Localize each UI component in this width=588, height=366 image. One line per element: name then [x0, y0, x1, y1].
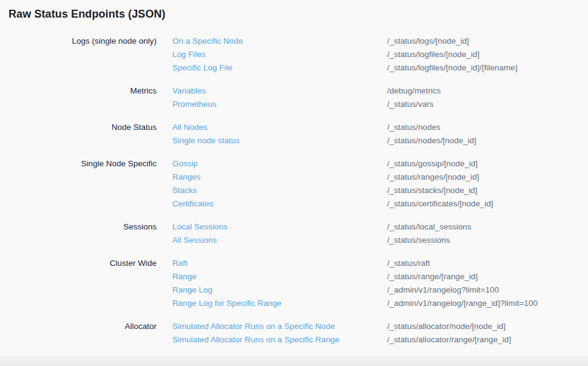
endpoint-link[interactable]: Certificates	[172, 197, 371, 211]
endpoint-link[interactable]: Local Sessions	[172, 220, 371, 234]
endpoint-link[interactable]: Variables	[172, 84, 371, 98]
endpoint-link[interactable]: Raft	[172, 257, 371, 270]
endpoint-section: SessionsLocal SessionsAll Sessions/_stat…	[8, 220, 588, 247]
endpoint-section: AllocatorSimulated Allocator Runs on a S…	[8, 320, 588, 347]
endpoint-link[interactable]: Simulated Allocator Runs on a Specific R…	[172, 333, 371, 347]
category-label: Allocator	[8, 320, 157, 347]
endpoint-links-column: On a Specific NodeLog FilesSpecific Log …	[172, 35, 371, 75]
endpoint-section: Cluster WideRaftRangeRange LogRange Log …	[8, 257, 588, 310]
endpoint-path: /_status/logfiles/[node_id]/[filename]	[387, 61, 588, 75]
endpoint-section: Logs (single node only)On a Specific Nod…	[8, 35, 588, 75]
endpoint-path: /_status/ranges/[node_id]	[387, 171, 588, 184]
endpoint-link[interactable]: Range Log	[172, 283, 371, 297]
endpoint-path: /_status/range/[range_id]	[387, 270, 588, 283]
endpoint-path: /_status/gossip/[node_id]	[387, 157, 588, 171]
endpoint-link[interactable]: On a Specific Node	[172, 35, 371, 48]
endpoint-paths-column: /_status/allocator/node/[node_id]/_statu…	[387, 320, 588, 347]
endpoint-path: /_status/certificates/[node_id]	[387, 197, 588, 211]
endpoint-links-column: Simulated Allocator Runs on a Specific N…	[172, 320, 371, 347]
endpoint-link[interactable]: Prometheus	[172, 98, 371, 111]
endpoint-links-column: RaftRangeRange LogRange Log for Specific…	[172, 257, 371, 310]
endpoint-link[interactable]: Specific Log File	[172, 61, 371, 75]
endpoint-path: /_admin/v1/rangelog/[range_id]?limit=100	[387, 297, 588, 310]
endpoint-link[interactable]: All Sessions	[172, 234, 371, 247]
endpoint-link[interactable]: Single node status	[172, 134, 371, 147]
endpoint-link[interactable]: All Nodes	[172, 121, 371, 134]
endpoint-path: /_status/sessions	[387, 234, 588, 247]
endpoint-sections: Logs (single node only)On a Specific Nod…	[8, 35, 588, 347]
endpoint-path: /_admin/v1/rangelog?limit=100	[387, 283, 588, 297]
debug-endpoints-page: Raw Status Endpoints (JSON) Logs (single…	[0, 0, 588, 366]
endpoint-path: /debug/metrics	[387, 84, 588, 98]
endpoint-link[interactable]: Ranges	[172, 171, 371, 184]
endpoint-links-column: Local SessionsAll Sessions	[172, 220, 371, 247]
endpoint-paths-column: /_status/local_sessions/_status/sessions	[387, 220, 588, 247]
endpoint-path: /_status/nodes	[387, 121, 588, 134]
endpoint-path: /_status/allocator/node/[node_id]	[387, 320, 588, 333]
category-label: Sessions	[8, 220, 157, 247]
endpoint-link[interactable]: Stacks	[172, 184, 371, 197]
endpoint-links-column: All NodesSingle node status	[172, 121, 371, 147]
endpoint-link[interactable]: Gossip	[172, 157, 371, 171]
endpoint-paths-column: /debug/metrics/_status/vars	[387, 84, 588, 111]
endpoint-section: Single Node SpecificGossipRangesStacksCe…	[8, 157, 588, 211]
endpoint-path: /_status/stacks/[node_id]	[387, 184, 588, 197]
endpoint-path: /_status/allocator/range/[range_id]	[387, 333, 588, 347]
endpoint-path: /_status/local_sessions	[387, 220, 588, 234]
endpoint-paths-column: /_status/nodes/_status/nodes/[node_id]	[387, 121, 588, 147]
endpoint-path: /_status/vars	[387, 98, 588, 111]
endpoint-links-column: VariablesPrometheus	[172, 84, 371, 111]
endpoint-link[interactable]: Range Log for Specific Range	[172, 297, 371, 310]
category-label: Single Node Specific	[8, 157, 157, 211]
endpoint-path: /_status/raft	[387, 257, 588, 270]
category-label: Node Status	[8, 121, 157, 147]
endpoint-section: MetricsVariablesPrometheus/debug/metrics…	[8, 84, 588, 111]
endpoint-paths-column: /_status/gossip/[node_id]/_status/ranges…	[387, 157, 588, 211]
endpoint-link[interactable]: Log Files	[172, 48, 371, 61]
endpoint-link[interactable]: Range	[172, 270, 371, 283]
endpoint-links-column: GossipRangesStacksCertificates	[172, 157, 371, 211]
endpoint-path: /_status/logs/[node_id]	[387, 35, 588, 48]
category-label: Logs (single node only)	[8, 35, 157, 75]
category-label: Metrics	[8, 84, 157, 111]
endpoint-path: /_status/logfiles/[node_id]	[387, 48, 588, 61]
endpoint-link[interactable]: Simulated Allocator Runs on a Specific N…	[172, 320, 371, 333]
page-title: Raw Status Endpoints (JSON)	[8, 8, 588, 21]
endpoint-paths-column: /_status/logs/[node_id]/_status/logfiles…	[387, 35, 588, 75]
endpoint-paths-column: /_status/raft/_status/range/[range_id]/_…	[387, 257, 588, 310]
footer-strip	[0, 356, 588, 366]
endpoint-section: Node StatusAll NodesSingle node status/_…	[8, 121, 588, 147]
endpoint-path: /_status/nodes/[node_id]	[387, 134, 588, 147]
category-label: Cluster Wide	[8, 257, 157, 310]
